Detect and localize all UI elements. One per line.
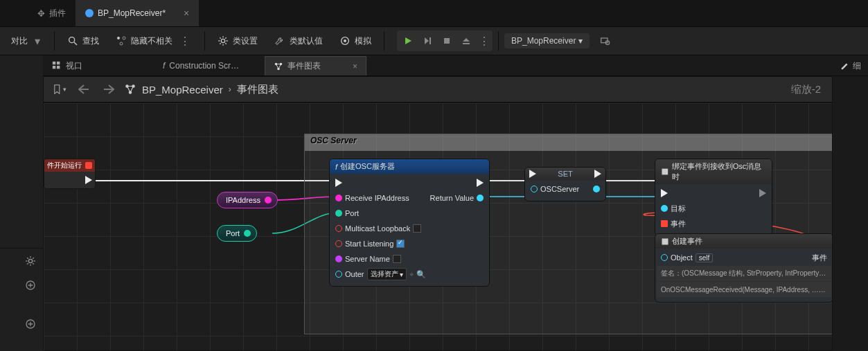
node-create-osc-server[interactable]: f 创建OSC服务器 Receive IPAddress Return Valu… [329,159,490,287]
pin-exec-in[interactable] [335,179,342,187]
add-button[interactable] [0,312,43,336]
pin-exec-out[interactable] [759,189,766,197]
graph-canvas[interactable]: 件开始运行 OSC Server IPAddress Port f 创建OSC服… [43,102,833,351]
toolbar-label: 类默认值 [290,35,323,47]
play-button[interactable] [398,32,418,50]
simulate-icon [339,35,351,46]
svg-rect-13 [53,66,55,69]
svg-rect-8 [444,38,450,44]
pin-in[interactable] [661,220,668,227]
textbox[interactable] [393,255,401,263]
tab-blueprint[interactable]: BP_MopReceiver* × [76,0,199,26]
checkbox[interactable] [396,240,405,248]
pin-exec-out[interactable] [477,179,484,187]
bookmark-button[interactable]: ▾ [49,81,69,98]
event-icon [661,237,669,246]
crumb-current[interactable]: 事件图表 [237,83,278,96]
pin-in[interactable] [335,225,342,232]
checkbox[interactable] [413,224,421,233]
tab-event-graph[interactable]: 事件图表 × [265,56,366,75]
pin-out[interactable] [265,197,272,204]
pin-exec-out[interactable] [85,176,92,184]
plus-circle-icon [25,280,36,291]
pin-in[interactable] [335,255,342,262]
gear-icon [25,255,36,267]
graph-icon [124,83,136,96]
node-get-port[interactable]: Port [217,225,257,242]
play-controls: ⋮ [397,30,493,51]
pin-in[interactable] [661,205,668,212]
pin-label: Outer [345,270,364,278]
pin-in[interactable] [531,186,538,192]
search-icon[interactable]: 🔍 [416,270,426,279]
close-icon[interactable]: × [353,62,357,71]
pin-exec-in[interactable] [529,170,536,178]
simulate-button[interactable]: 模拟 [333,33,378,50]
tab-viewport[interactable]: 视口 [43,56,91,75]
node-get-ipaddress[interactable]: IPAddress [217,192,278,208]
crumb-parent[interactable]: BP_MopReceiver [142,84,223,96]
breakpoint-icon[interactable] [85,162,92,169]
pin-exec-in[interactable] [661,189,668,197]
tab-construction-script[interactable]: f Construction Scr… [154,56,248,75]
var-label: IPAddress [226,196,260,204]
grid-icon [52,61,62,71]
node-event-beginplay[interactable]: 件开始运行 [44,159,96,189]
debug-object-dropdown[interactable]: BP_MopReceiver ▾ [504,33,590,48]
pin-in[interactable] [661,254,668,261]
pin-label: 事件 [812,253,827,263]
class-defaults-button[interactable]: 类默认值 [267,33,330,50]
kebab-icon[interactable]: ⋮ [177,35,192,48]
svg-point-7 [344,39,346,42]
comment-title[interactable]: OSC Server [305,134,833,151]
pin-out[interactable] [593,186,600,192]
pin-in[interactable] [335,195,342,201]
details-panel-handle[interactable]: 细 [833,55,868,76]
class-settings-button[interactable]: 类设置 [211,33,265,50]
node-body: Receive IPAddress Return Value Port Mult… [330,174,489,286]
self-reference[interactable]: self [696,253,714,262]
pin-label: OSCServer [540,185,579,193]
diff-button[interactable]: 对比 ▾ [4,32,48,51]
settings-button[interactable] [0,248,43,273]
hide-unrelated-button[interactable]: 隐藏不相关 ⋮ [109,32,199,51]
chevron-down-icon[interactable]: ▾ [32,35,42,48]
pin-out[interactable] [244,230,251,237]
node-bind-event[interactable]: 绑定事件到接收到Osc消息时 目标 事件 [655,159,772,236]
close-icon[interactable]: × [184,8,189,19]
pin-exec-out[interactable] [594,170,601,178]
signature-label: 签名：(OSCMessage 结构, StrProperty, IntPrope… [661,269,827,278]
tab-label: 视口 [66,60,82,72]
find-button[interactable]: 查找 [60,33,106,50]
breadcrumb: ▾ BP_MopReceiver › 事件图表 缩放-2 [43,76,833,102]
pin-out[interactable] [477,195,484,201]
svg-point-4 [120,42,123,45]
node-header: 绑定事件到接收到Osc消息时 [655,159,772,184]
add-button[interactable] [0,273,43,298]
locate-button[interactable] [592,33,617,49]
pin-in[interactable] [335,271,342,278]
handle-label: 细 [853,60,861,72]
node-set-oscserver[interactable]: SET OSCServer [524,167,606,201]
svg-point-5 [221,39,224,42]
node-create-event[interactable]: 创建事件 Object self 事件 签名：(OSCMessage 结构, S… [655,233,833,303]
function-dropdown[interactable]: OnOSCMessageReceived(Message, IPAddress,… [661,286,827,294]
stop-button[interactable] [437,32,457,50]
node-header: f 创建OSC服务器 [330,159,489,174]
pin-in[interactable] [335,210,342,217]
node-title: 创建OSC服务器 [340,161,395,172]
kebab-icon[interactable]: ⋮ [476,35,491,48]
asset-dropdown[interactable]: 选择资产 ▾ [367,268,407,280]
pin-in[interactable] [335,240,342,247]
wrench-icon [274,35,285,46]
nav-forward-button[interactable] [99,81,118,98]
eject-button[interactable] [457,32,476,50]
browse-icon[interactable]: ⌖ [409,270,414,279]
step-button[interactable] [418,32,437,50]
nav-back-button[interactable] [74,81,94,98]
pin-label: Multicast Loopback [345,224,410,233]
tab-plugins[interactable]: ✥ 插件 [28,0,76,26]
node-title: 创建事件 [672,236,702,246]
pencil-icon [840,61,850,71]
app-tab-bar: ✥ 插件 BP_MopReceiver* × [0,0,868,26]
